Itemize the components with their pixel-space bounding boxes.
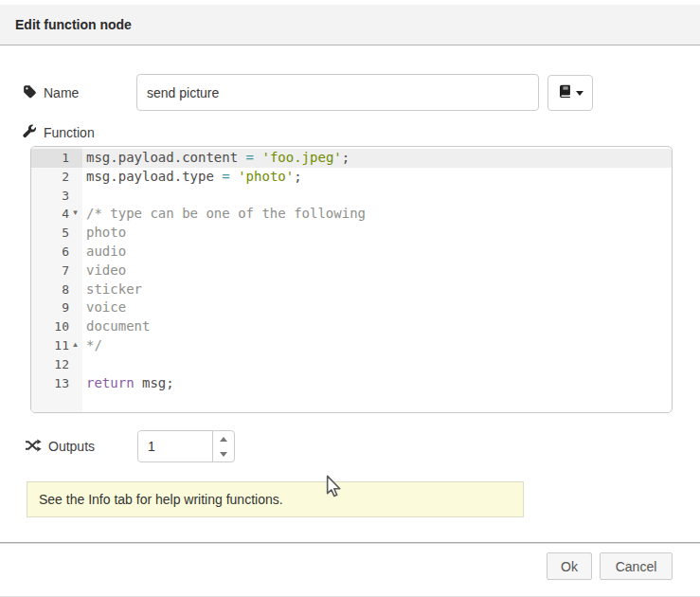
name-label-row: Name: [23, 74, 79, 111]
code-line-4[interactable]: 4▾/* type can be one of the following: [31, 205, 672, 224]
outputs-spinner: [137, 430, 235, 462]
function-code-editor[interactable]: 1msg.payload.content = 'foo.jpeg';2msg.p…: [30, 146, 673, 413]
dialog-titlebar: Edit function node: [0, 5, 700, 45]
function-label: Function: [44, 125, 95, 140]
edit-function-dialog: Edit function node Name Function 1msg.pa…: [0, 0, 700, 597]
code-line-6[interactable]: 6audio: [31, 243, 672, 262]
code-line-11[interactable]: 11▴*/: [31, 336, 672, 355]
line-number[interactable]: 5: [31, 224, 82, 243]
code-text: return msg;: [82, 374, 174, 393]
code-text: msg.payload.content = 'foo.jpeg';: [82, 149, 350, 168]
code-text: [82, 355, 86, 374]
function-label-row: Function: [23, 123, 95, 142]
line-number[interactable]: 2: [31, 168, 82, 187]
editor-lines[interactable]: 1msg.payload.content = 'foo.jpeg';2msg.p…: [31, 147, 672, 392]
code-text: photo: [82, 224, 126, 243]
line-number[interactable]: 3: [31, 187, 82, 206]
code-line-9[interactable]: 9voice: [31, 298, 672, 317]
spinner-buttons: [212, 431, 234, 461]
outputs-input[interactable]: [138, 431, 213, 461]
code-text: /* type can be one of the following: [82, 205, 366, 224]
outputs-label: Outputs: [48, 439, 95, 454]
fold-end-icon[interactable]: ▴: [70, 335, 81, 354]
spinner-up-button[interactable]: [213, 431, 234, 446]
name-input[interactable]: [136, 74, 539, 111]
code-text: document: [82, 317, 150, 336]
code-text: audio: [82, 243, 126, 262]
outputs-label-row: Outputs: [25, 430, 95, 462]
triangle-up-icon: [220, 437, 227, 442]
code-text: msg.payload.type = 'photo';: [82, 168, 302, 187]
book-icon: [558, 84, 571, 101]
line-number[interactable]: 8: [31, 280, 82, 299]
cancel-button[interactable]: Cancel: [600, 552, 673, 580]
name-label: Name: [44, 85, 79, 100]
fold-open-icon[interactable]: ▾: [70, 204, 81, 223]
triangle-down-icon: [220, 452, 227, 457]
tag-icon: [23, 84, 37, 101]
code-line-7[interactable]: 7video: [31, 262, 672, 280]
code-text: voice: [82, 298, 126, 317]
code-line-8[interactable]: 8sticker: [31, 280, 672, 299]
line-number[interactable]: 11▴: [31, 336, 82, 355]
library-button[interactable]: [547, 75, 593, 111]
code-line-2[interactable]: 2msg.payload.type = 'photo';: [31, 168, 672, 187]
code-text: [82, 187, 86, 206]
line-number[interactable]: 4▾: [31, 205, 82, 224]
dialog-title: Edit function node: [15, 17, 132, 32]
line-number[interactable]: 13: [31, 374, 82, 393]
code-text: sticker: [82, 280, 142, 299]
code-line-13[interactable]: 13return msg;: [31, 374, 672, 393]
wrench-icon: [23, 124, 37, 141]
shuffle-icon: [25, 439, 42, 455]
line-number[interactable]: 10: [31, 317, 82, 336]
info-tip: See the Info tab for help writing functi…: [27, 481, 524, 517]
line-number[interactable]: 6: [31, 243, 82, 262]
code-text: video: [82, 262, 126, 280]
footer-divider: [0, 542, 700, 544]
line-number[interactable]: 12: [31, 355, 82, 374]
code-line-3[interactable]: 3: [31, 187, 672, 206]
code-line-5[interactable]: 5photo: [31, 224, 672, 243]
spinner-down-button[interactable]: [213, 446, 234, 461]
code-line-1[interactable]: 1msg.payload.content = 'foo.jpeg';: [31, 149, 672, 168]
ok-button[interactable]: Ok: [547, 552, 592, 580]
line-number[interactable]: 9: [31, 298, 82, 317]
chevron-down-icon: [576, 91, 583, 96]
code-line-10[interactable]: 10document: [31, 317, 672, 336]
line-number[interactable]: 7: [31, 262, 82, 280]
code-text: */: [82, 336, 102, 355]
info-tip-text: See the Info tab for help writing functi…: [39, 492, 283, 507]
code-line-12[interactable]: 12: [31, 355, 672, 374]
line-number[interactable]: 1: [31, 149, 82, 168]
